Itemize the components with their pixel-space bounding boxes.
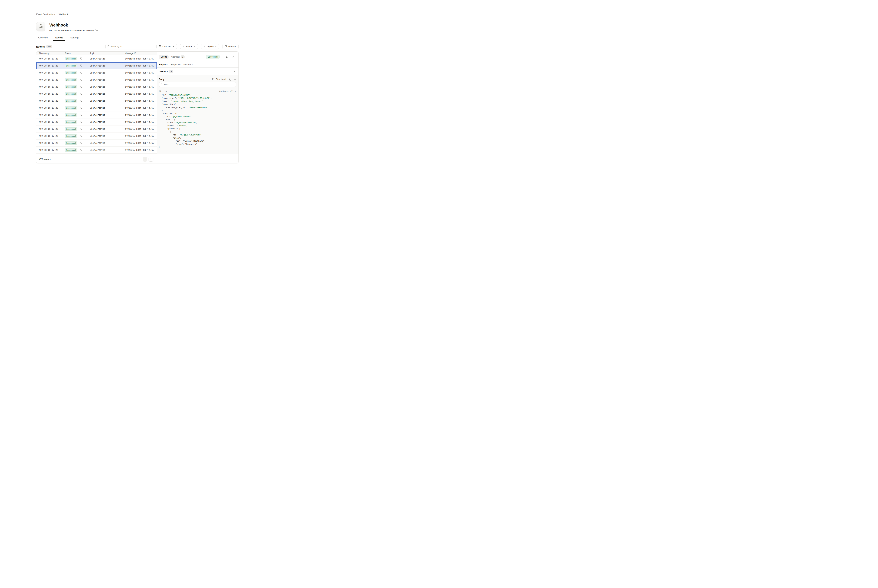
table-row[interactable]: NOV 18 10:17:22 Successful user.created …	[36, 118, 157, 126]
headers-count-badge: 3	[169, 70, 173, 73]
table-row[interactable]: NOV 18 10:17:22 Successful user.created …	[36, 98, 157, 104]
column-topic: Topic	[90, 52, 125, 55]
tab-overview[interactable]: Overview	[36, 35, 50, 41]
cell-timestamp: NOV 18 10:17:22	[39, 64, 65, 67]
cell-timestamp: NOV 18 10:17:22	[39, 79, 65, 81]
events-total-count: 472	[39, 158, 43, 160]
cell-timestamp: NOV 18 10:17:22	[39, 93, 65, 95]
retry-icon[interactable]	[226, 56, 229, 58]
filter-lines-icon	[203, 45, 206, 48]
status-badge: Successful	[65, 78, 77, 81]
collapse-all-button[interactable]: Collapse all ↑	[220, 90, 236, 93]
table-row[interactable]: NOV 18 10:17:22 Successful user.created …	[36, 90, 157, 98]
events-total: 472 events	[39, 158, 51, 160]
cell-timestamp: NOV 18 10:17:22	[39, 114, 65, 116]
search-input[interactable]	[111, 45, 155, 48]
retry-icon[interactable]	[80, 113, 83, 117]
time-range-label: Last 24h	[162, 45, 171, 48]
cell-topic: user.created	[90, 86, 125, 88]
table-row[interactable]: NOV 18 10:17:22 Successful user.created …	[36, 104, 157, 111]
events-table: Timestamp Status Topic Message ID NOV 18…	[36, 52, 157, 163]
copy-body-icon[interactable]	[229, 78, 231, 81]
breadcrumb-event-destinations[interactable]: Event Destinations	[36, 13, 55, 16]
table-footer: 472 events	[36, 155, 157, 163]
table-header: Timestamp Status Topic Message ID	[36, 52, 157, 55]
table-row[interactable]: NOV 18 10:17:22 Successful user.created …	[36, 111, 157, 118]
cell-message-id: b4925365-b8cf-42b7-a76…	[125, 79, 157, 81]
table-row[interactable]: NOV 18 10:17:22 Successful user.created …	[36, 62, 157, 69]
page-tabs: Overview Events Settings	[36, 35, 239, 41]
destination-avatar	[36, 22, 45, 31]
column-status: Status	[65, 52, 90, 55]
status-badge: Successful	[65, 128, 77, 130]
table-row[interactable]: NOV 18 10:17:22 Successful user.created …	[36, 83, 157, 90]
table-row[interactable]: NOV 18 10:17:22 Successful user.created …	[36, 126, 157, 132]
tab-response[interactable]: Response	[170, 62, 180, 68]
table-row[interactable]: NOV 18 10:17:22 Successful user.created …	[36, 132, 157, 140]
body-filter-input[interactable]	[164, 83, 234, 86]
cell-topic: user.created	[90, 142, 125, 144]
cell-message-id: b4925365-b8cf-42b7-a76…	[125, 106, 157, 109]
status-badge: Successful	[206, 55, 220, 59]
structured-toggle[interactable]: {} Structured	[212, 78, 226, 81]
events-panel: Timestamp Status Topic Message ID NOV 18…	[36, 51, 239, 164]
retry-icon[interactable]	[80, 78, 83, 81]
tab-attempts[interactable]: Attempts 3	[171, 55, 185, 58]
topics-filter-button[interactable]: Topics	[201, 44, 220, 49]
cell-topic: user.created	[90, 100, 125, 102]
panel-bottom-spacer	[157, 154, 239, 163]
status-badge: Successful	[65, 148, 77, 152]
retry-icon[interactable]	[80, 71, 83, 74]
chevron-up-icon[interactable]	[234, 78, 236, 80]
retry-icon[interactable]	[80, 106, 83, 110]
cell-timestamp: NOV 18 10:17:22	[39, 142, 65, 144]
status-badge: Successful	[65, 113, 77, 117]
detail-header: Event Attempts 3 Successful	[157, 52, 239, 62]
retry-icon[interactable]	[80, 120, 83, 123]
events-toolbar: Events 472 Last 24h	[36, 44, 239, 49]
retry-icon[interactable]	[80, 92, 83, 96]
retry-icon[interactable]	[80, 134, 83, 138]
retry-icon[interactable]	[80, 99, 83, 102]
body-filter-search[interactable]	[159, 82, 236, 87]
retry-icon[interactable]	[80, 57, 83, 60]
retry-icon[interactable]	[80, 85, 83, 88]
retry-icon[interactable]	[80, 128, 83, 130]
status-filter-button[interactable]: Status	[180, 44, 198, 49]
status-badge: Successful	[65, 57, 77, 60]
tab-request[interactable]: Request	[159, 62, 168, 68]
cell-message-id: b4925365-b8cf-42b7-a76…	[125, 135, 157, 137]
refresh-button[interactable]: Refresh	[222, 44, 239, 49]
status-badge: Successful	[65, 71, 77, 74]
body-title: Body	[159, 78, 165, 81]
tab-metadata[interactable]: Metadata	[183, 62, 193, 68]
copy-url-icon[interactable]	[96, 29, 98, 32]
time-range-button[interactable]: Last 24h	[156, 44, 177, 49]
breadcrumb: Event Destinations / Webhook	[36, 13, 68, 16]
tab-events[interactable]: Events	[53, 35, 65, 41]
filter-by-id-search[interactable]	[105, 44, 157, 49]
filter-lines-icon	[182, 45, 185, 48]
close-icon[interactable]	[232, 56, 235, 58]
table-row[interactable]: NOV 18 10:17:22 Successful user.created …	[36, 55, 157, 62]
retry-icon[interactable]	[80, 141, 83, 145]
table-row[interactable]: NOV 18 10:17:22 Successful user.created …	[36, 76, 157, 83]
retry-icon[interactable]	[80, 148, 83, 152]
destination-url: http://mock.hookdeck.com/webhooks/events	[50, 29, 94, 32]
table-row[interactable]: NOV 18 10:17:22 Successful user.created …	[36, 140, 157, 147]
tab-event[interactable]: Event	[159, 55, 168, 59]
headers-section[interactable]: Headers 3	[157, 68, 239, 75]
chevron-down-icon	[194, 45, 196, 48]
cell-status: Successful	[65, 120, 90, 123]
json-view[interactable]: "id": "P2NoRtyZoTc46X3B","created_at": "…	[159, 94, 236, 148]
retry-icon[interactable]	[80, 64, 83, 68]
next-page-button[interactable]	[149, 157, 153, 162]
chevron-down-icon[interactable]	[233, 70, 236, 73]
table-row[interactable]: NOV 18 10:17:22 Successful user.created …	[36, 69, 157, 76]
cell-topic: user.created	[90, 106, 125, 109]
tab-settings[interactable]: Settings	[68, 35, 81, 41]
structured-label: Structured	[216, 78, 226, 81]
items-toggle[interactable]: {1 item ↑	[159, 90, 170, 93]
prev-page-button[interactable]	[143, 157, 147, 162]
table-row[interactable]: NOV 18 10:17:22 Successful user.created …	[36, 147, 157, 153]
